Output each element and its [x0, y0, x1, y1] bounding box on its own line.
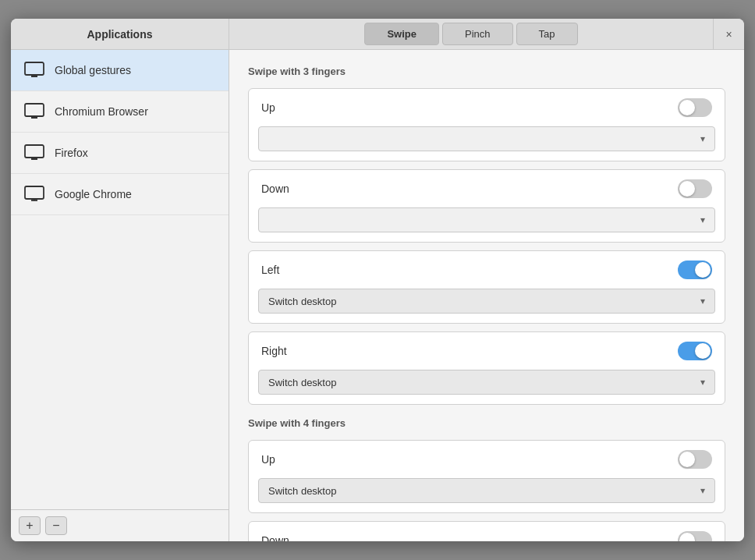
- main-panel: Swipe with 3 fingers Up ▾ Down: [229, 50, 744, 541]
- tab-tap[interactable]: Tap: [516, 23, 578, 45]
- svg-rect-0: [25, 62, 44, 75]
- sidebar-item-label: Google Chrome: [55, 188, 132, 200]
- sidebar-item-firefox[interactable]: Firefox: [11, 133, 229, 174]
- chevron-down-icon: ▾: [700, 296, 705, 307]
- dropdown-left-value: Switch desktop: [268, 296, 336, 307]
- svg-rect-9: [25, 186, 44, 199]
- tab-swipe[interactable]: Swipe: [364, 23, 439, 45]
- toggle-down[interactable]: [678, 179, 712, 198]
- sidebar-footer: + −: [11, 509, 229, 541]
- gesture-card-up4: Up Switch desktop ▾: [248, 440, 725, 513]
- toggle-up[interactable]: [678, 98, 712, 117]
- monitor-icon-chromium: [23, 102, 45, 121]
- svg-rect-3: [25, 104, 44, 116]
- gesture-card-down4: Down: [248, 521, 725, 541]
- gesture-card-left: Left Switch desktop ▾: [248, 250, 725, 324]
- toggle-right[interactable]: [678, 342, 712, 360]
- dropdown-right-value: Switch desktop: [268, 377, 336, 388]
- sidebar-item-global-gestures[interactable]: Global gestures: [11, 50, 229, 91]
- add-button[interactable]: +: [19, 516, 41, 535]
- chevron-down-icon: ▾: [700, 485, 705, 496]
- applications-title: Applications: [87, 28, 152, 41]
- gesture-label-down4: Down: [261, 534, 289, 541]
- svg-rect-6: [25, 145, 44, 158]
- dropdown-down[interactable]: ▾: [258, 207, 715, 232]
- gesture-label-up4: Up: [261, 453, 275, 466]
- gesture-row-left: Left: [249, 251, 725, 289]
- gesture-row-up: Up: [249, 89, 725, 126]
- dropdown-up4[interactable]: Switch desktop ▾: [258, 478, 715, 503]
- gesture-row-down4: Down: [249, 522, 725, 541]
- tab-bar: Swipe Pinch Tap: [229, 19, 713, 49]
- toggle-down4[interactable]: [678, 531, 712, 541]
- gesture-label-left: Left: [261, 264, 279, 276]
- chevron-down-icon: ▾: [700, 214, 705, 225]
- dropdown-row-down: ▾: [249, 207, 725, 242]
- monitor-icon-firefox: [23, 144, 45, 162]
- gesture-card-right: Right Switch desktop ▾: [248, 331, 725, 405]
- sidebar-item-chromium[interactable]: Chromium Browser: [11, 91, 229, 133]
- toggle-up4[interactable]: [678, 450, 712, 469]
- gesture-row-right: Right: [249, 332, 725, 370]
- sidebar-item-label: Chromium Browser: [55, 105, 148, 118]
- sidebar-item-label: Firefox: [55, 147, 88, 159]
- remove-button[interactable]: −: [45, 516, 67, 535]
- main-window: Applications Swipe Pinch Tap × Global ge…: [11, 19, 744, 541]
- gesture-label-up: Up: [261, 101, 275, 114]
- sidebar: Global gestures Chromium Browser: [11, 50, 229, 541]
- close-button[interactable]: ×: [713, 19, 744, 49]
- dropdown-row-left: Switch desktop ▾: [249, 289, 725, 323]
- dropdown-right[interactable]: Switch desktop ▾: [258, 370, 715, 395]
- monitor-icon-chrome: [23, 185, 45, 204]
- dropdown-up[interactable]: ▾: [258, 126, 715, 151]
- gesture-row-down: Down: [249, 170, 725, 207]
- content-area: Global gestures Chromium Browser: [11, 50, 744, 541]
- titlebar: Applications Swipe Pinch Tap ×: [11, 19, 744, 50]
- gesture-label-down: Down: [261, 183, 289, 195]
- swipe4-title: Swipe with 4 fingers: [248, 417, 725, 429]
- gesture-card-down: Down ▾: [248, 169, 725, 243]
- gesture-row-up4: Up: [249, 441, 725, 478]
- gesture-card-up: Up ▾: [248, 88, 725, 161]
- tab-pinch[interactable]: Pinch: [442, 23, 513, 45]
- sidebar-item-label: Global gestures: [55, 64, 131, 76]
- dropdown-row-up: ▾: [249, 126, 725, 161]
- dropdown-row-right: Switch desktop ▾: [249, 370, 725, 404]
- chevron-down-icon: ▾: [700, 377, 705, 388]
- gesture-label-right: Right: [261, 345, 287, 357]
- dropdown-up4-value: Switch desktop: [268, 485, 336, 497]
- monitor-icon: [23, 61, 45, 80]
- sidebar-list: Global gestures Chromium Browser: [11, 50, 229, 509]
- dropdown-row-up4: Switch desktop ▾: [249, 478, 725, 512]
- chevron-down-icon: ▾: [700, 133, 705, 144]
- dropdown-left[interactable]: Switch desktop ▾: [258, 289, 715, 314]
- swipe3-title: Swipe with 3 fingers: [248, 66, 725, 77]
- sidebar-header: Applications: [11, 19, 229, 49]
- sidebar-item-google-chrome[interactable]: Google Chrome: [11, 174, 229, 215]
- toggle-left[interactable]: [678, 261, 712, 279]
